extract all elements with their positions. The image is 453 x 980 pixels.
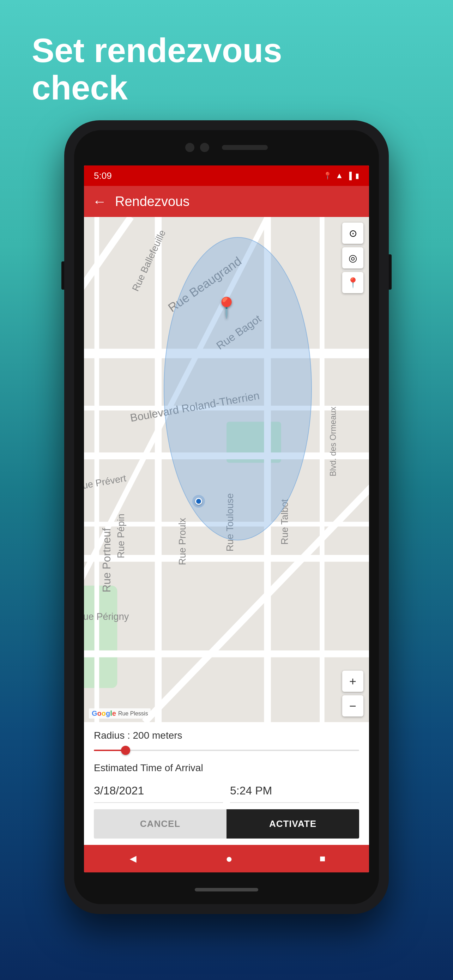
camera-dot-left	[185, 143, 194, 152]
front-camera-sensors	[185, 143, 268, 152]
svg-rect-1	[84, 585, 117, 688]
app-bar: ← Rendezvous	[84, 186, 369, 217]
slider-thumb[interactable]	[121, 746, 130, 755]
nav-home-button[interactable]: ●	[226, 852, 232, 865]
map-locate-btn[interactable]: ⊙	[342, 223, 363, 244]
volume-button	[61, 261, 64, 290]
wifi-icon: ▲	[335, 171, 343, 180]
phone-inner-bezel: 5:09 📍 ▲ ▐ ▮ ← Rendezvous	[74, 130, 379, 904]
app-bar-title: Rendezvous	[115, 194, 189, 209]
power-button	[389, 255, 392, 290]
svg-text:Rue Périgny: Rue Périgny	[84, 611, 129, 622]
action-buttons: CANCEL ACTIVATE	[94, 809, 359, 838]
eta-label: Estimated Time of Arrival	[94, 762, 359, 774]
map-controls-top: ⊙ ◎ 📍	[342, 223, 363, 293]
activate-button[interactable]: ACTIVATE	[227, 809, 359, 838]
zoom-out-button[interactable]: −	[342, 695, 363, 716]
map-pin-current-location	[192, 495, 205, 508]
time-field[interactable]: 5:24 PM	[230, 779, 359, 803]
map-pin-destination[interactable]: 📍	[214, 298, 239, 318]
date-field[interactable]: 3/18/2021	[94, 779, 223, 803]
status-time: 5:09	[94, 170, 112, 181]
home-indicator	[195, 888, 258, 891]
location-radius-circle	[164, 237, 312, 540]
nav-bar: ◄ ● ■	[84, 845, 369, 872]
google-street-label: Rue Plessis	[118, 711, 148, 717]
page-header: Set rendezvous check	[0, 0, 453, 117]
phone-device: 5:09 📍 ▲ ▐ ▮ ← Rendezvous	[64, 120, 389, 914]
svg-text:Rue Proulx: Rue Proulx	[177, 518, 188, 565]
date-time-row: 3/18/2021 5:24 PM	[94, 779, 359, 803]
page-title-line1: Set rendezvous	[32, 32, 421, 69]
slider-track	[94, 749, 359, 751]
map-pin-btn[interactable]: 📍	[342, 272, 363, 293]
back-button[interactable]: ←	[92, 194, 106, 210]
radius-label: Radius : 200 meters	[94, 730, 359, 741]
battery-icon: ▮	[355, 172, 359, 180]
map-controls-zoom: + −	[342, 671, 363, 716]
page-title-line2: check	[32, 69, 421, 107]
radius-slider-container[interactable]	[94, 745, 359, 756]
svg-text:Rue Portneuf: Rue Portneuf	[100, 528, 113, 593]
nav-recent-button[interactable]: ■	[319, 853, 326, 864]
location-icon: 📍	[323, 172, 332, 180]
screen: 5:09 📍 ▲ ▐ ▮ ← Rendezvous	[84, 165, 369, 872]
map-my-location-btn[interactable]: ◎	[342, 247, 363, 269]
info-panel: Radius : 200 meters Estimated Time of Ar…	[84, 722, 369, 845]
svg-text:Blvd. des Ormeaux: Blvd. des Ormeaux	[329, 407, 338, 477]
status-icons: 📍 ▲ ▐ ▮	[323, 171, 359, 180]
speaker-bar	[222, 145, 268, 150]
map-area[interactable]: Rue Beaugrand Rue Bagot Rue Portneuf Bou…	[84, 217, 369, 722]
camera-dot-right	[200, 143, 209, 152]
zoom-in-button[interactable]: +	[342, 671, 363, 692]
svg-text:Rue Pépin: Rue Pépin	[115, 514, 126, 558]
nav-back-button[interactable]: ◄	[127, 852, 139, 865]
status-bar: 5:09 📍 ▲ ▐ ▮	[84, 165, 369, 186]
signal-icon: ▐	[347, 172, 352, 180]
cancel-button[interactable]: CANCEL	[94, 809, 227, 838]
google-logo: Google Rue Plessis	[89, 708, 151, 719]
